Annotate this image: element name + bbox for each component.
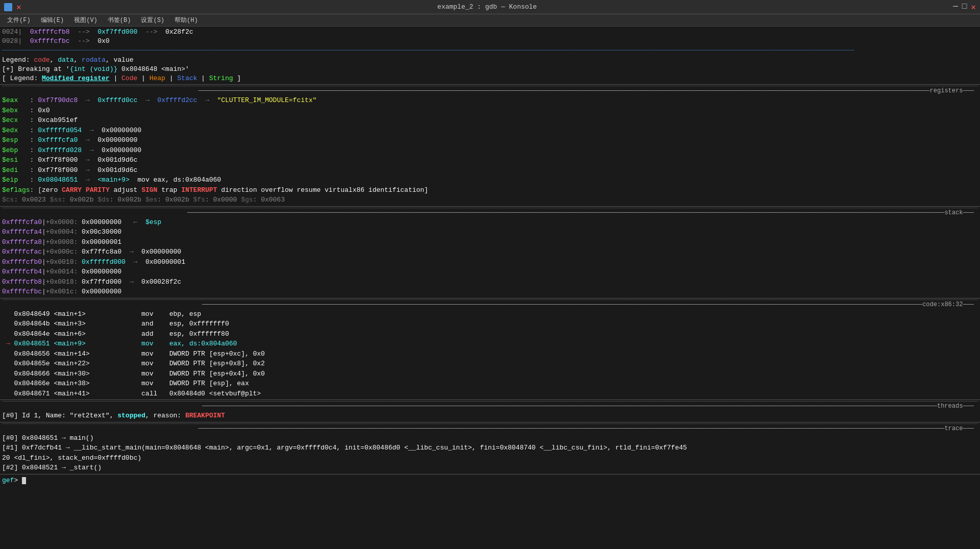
- threads-section: ────────────────────────────────────────…: [0, 400, 980, 422]
- registers-section: ────────────────────────────────────────…: [0, 85, 980, 207]
- trace-header: ────────────────────────────────────────…: [2, 423, 978, 433]
- close-icon[interactable]: ✕: [16, 2, 21, 12]
- menubar: 文件(F) 编辑(E) 视图(V) 书签(B) 设置(S) 帮助(H): [0, 14, 980, 27]
- titlebar: ✕ example_2 : gdb — Konsole ─ □ ✕: [0, 0, 980, 14]
- menu-edit[interactable]: 编辑(E): [36, 15, 69, 26]
- titlebar-controls: ─ □ ✕: [953, 2, 976, 12]
- code-header: ────────────────────────────────────────…: [2, 300, 978, 309]
- menu-file[interactable]: 文件(F): [2, 15, 36, 26]
- stack-section: ────────────────────────────────────────…: [0, 207, 980, 298]
- menu-bookmarks[interactable]: 书签(B): [103, 15, 136, 26]
- menu-view[interactable]: 视图(V): [69, 15, 103, 26]
- window-title: example_2 : gdb — Konsole: [21, 3, 953, 11]
- terminal[interactable]: 0024| 0xffffcfb8 --> 0xf7ffd000 --> 0x28…: [0, 27, 980, 549]
- threads-header: ────────────────────────────────────────…: [2, 401, 978, 411]
- menu-help[interactable]: 帮助(H): [169, 15, 203, 26]
- minimize-icon[interactable]: ─: [953, 2, 958, 12]
- code-section: ────────────────────────────────────────…: [0, 298, 980, 401]
- prompt-section[interactable]: gef>: [0, 475, 980, 486]
- close-window-icon[interactable]: ✕: [971, 2, 976, 12]
- maximize-icon[interactable]: □: [962, 2, 967, 12]
- trace-section: ────────────────────────────────────────…: [0, 422, 980, 475]
- titlebar-left: ✕: [4, 2, 21, 12]
- menu-settings[interactable]: 设置(S): [136, 15, 169, 26]
- top-section: 0024| 0xffffcfb8 --> 0xf7ffd000 --> 0x28…: [0, 27, 980, 85]
- app-icon: [4, 3, 12, 11]
- registers-header: ────────────────────────────────────────…: [2, 86, 978, 95]
- stack-header: ────────────────────────────────────────…: [2, 208, 978, 217]
